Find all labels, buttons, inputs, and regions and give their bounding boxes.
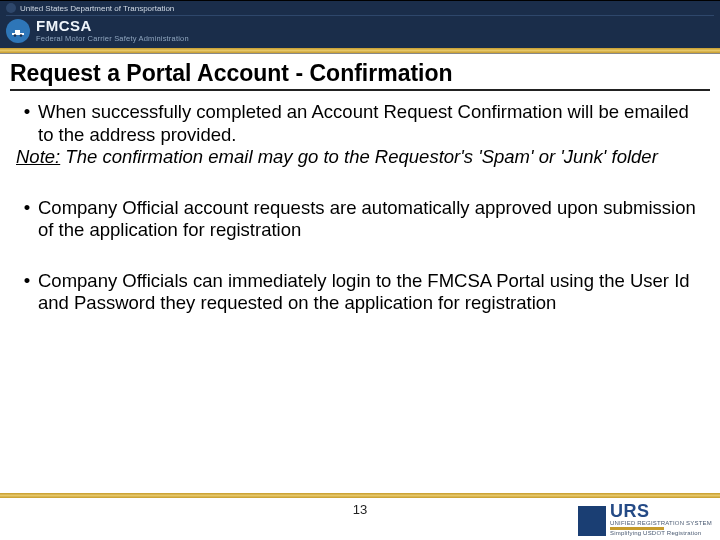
bullet-dot-icon: • — [16, 101, 38, 146]
content-area: Request a Portal Account - Confirmation … — [0, 54, 720, 540]
svg-point-0 — [14, 34, 17, 37]
department-row: United States Department of Transportati… — [6, 3, 714, 16]
slide-body: • When successfully completed an Account… — [10, 101, 710, 315]
bullet-2-text: Company Official account requests are au… — [38, 197, 700, 242]
bullet-block-1: • When successfully completed an Account… — [16, 101, 700, 169]
note-line: Note: The confirmation email may go to t… — [16, 146, 700, 169]
footer: 13 URS UNIFIED REGISTRATION SYSTEM Simpl… — [0, 493, 720, 540]
dot-seal-icon — [6, 3, 16, 13]
header-bar: United States Department of Transportati… — [0, 0, 720, 48]
bullet-dot-icon: • — [16, 270, 38, 315]
page-number: 13 — [353, 502, 367, 517]
urs-logo-sub1: UNIFIED REGISTRATION SYSTEM — [610, 520, 712, 526]
bullet-block-2: • Company Official account requests are … — [16, 197, 700, 242]
slide-title: Request a Portal Account - Confirmation — [10, 60, 710, 89]
department-text: United States Department of Transportati… — [20, 4, 174, 13]
agency-subtitle: Federal Motor Carrier Safety Administrat… — [36, 35, 189, 43]
urs-logo: URS UNIFIED REGISTRATION SYSTEM Simplify… — [578, 502, 712, 536]
bullet-dot-icon: • — [16, 197, 38, 242]
title-underline — [10, 89, 710, 91]
bullet-3-text: Company Officials can immediately login … — [38, 270, 700, 315]
fmcsa-logo-icon — [6, 19, 30, 43]
bullet-block-3: • Company Officials can immediately logi… — [16, 270, 700, 315]
svg-point-1 — [20, 34, 23, 37]
urs-logo-main: URS — [610, 502, 650, 520]
agency-name: FMCSA — [36, 18, 189, 33]
bullet-1-text: When successfully completed an Account R… — [38, 101, 700, 146]
note-text: The confirmation email may go to the Req… — [60, 146, 658, 167]
slide: United States Department of Transportati… — [0, 0, 720, 540]
note-label: Note: — [16, 146, 60, 167]
urs-logo-block-icon — [578, 506, 606, 536]
agency-row: FMCSA Federal Motor Carrier Safety Admin… — [6, 16, 714, 43]
urs-logo-sub2: Simplifying USDOT Registration — [610, 530, 701, 536]
